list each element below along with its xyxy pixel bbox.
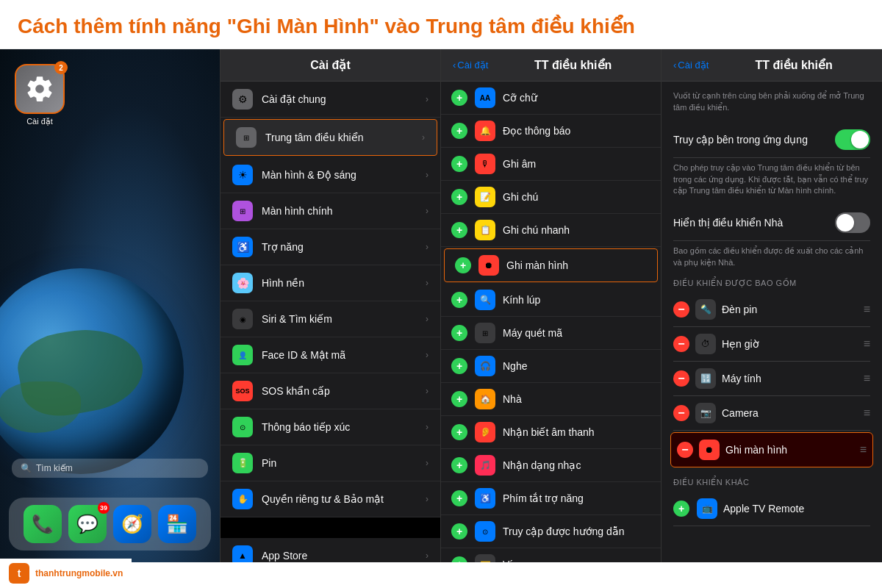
add-guided[interactable]: + (451, 523, 467, 539)
settings-item-display[interactable]: ☀ Màn hình & Độ sáng › (220, 157, 440, 193)
back-chevron-icon: ‹ (453, 60, 456, 71)
toggle1-desc: Cho phép truy cập vào Trung tâm điều khi… (673, 162, 870, 196)
add-accshortcut[interactable]: + (451, 490, 467, 506)
minus-calculator[interactable]: − (673, 370, 689, 387)
settings-item-appstore[interactable]: ▲ App Store › (220, 538, 440, 562)
add-appletv[interactable]: + (673, 501, 689, 517)
add-hearing[interactable]: + (451, 358, 467, 374)
included-item-timer[interactable]: − ⏱ Hẹn giờ ≡ (673, 327, 870, 362)
toggle-row-home: Hiển thị điều khiển Nhà (673, 205, 870, 241)
control-item-scanner[interactable]: + ⊞ Máy quét mã (441, 317, 661, 350)
hearing-icon: 🎧 (475, 356, 495, 376)
control-item-magnifier[interactable]: + 🔍 Kính lúp (441, 284, 661, 317)
settings-item-accessibility[interactable]: ♿ Trợ năng › (220, 229, 440, 265)
drag-screenrecord[interactable]: ≡ (860, 443, 867, 456)
accessibility-icon: ♿ (232, 237, 253, 257)
musicid-label: Nhận dạng nhạc (503, 459, 650, 471)
minus-screenrecord[interactable]: − (677, 442, 693, 458)
sos-label: SOS khẩn cấp (262, 385, 426, 397)
settings-item-battery[interactable]: 🔋 Pin › (220, 445, 440, 481)
control-item-notes[interactable]: + 📝 Ghi chú (441, 181, 661, 214)
add-musicid[interactable]: + (451, 457, 467, 473)
back-button-3[interactable]: ‹ Cài đặt (453, 60, 488, 71)
fontsize-label: Cỡ chữ (503, 92, 650, 104)
timer-icon: ⏱ (695, 334, 716, 354)
brand-logo: t (9, 563, 29, 584)
add-fontsize[interactable]: + (451, 90, 467, 106)
included-item-screenrecord[interactable]: − ⏺ Ghi màn hình ≡ (670, 432, 873, 467)
add-announce[interactable]: + (451, 123, 467, 139)
control-item-quicknotes[interactable]: + 📋 Ghi chú nhanh (441, 214, 661, 247)
toggle-home[interactable] (835, 212, 870, 233)
included-item-torch[interactable]: − 🔦 Đèn pin ≡ (673, 293, 870, 327)
control-item-musicid[interactable]: + 🎵 Nhận dạng nhạc (441, 449, 661, 482)
other-item-appletv[interactable]: + 📺 Apple TV Remote (673, 492, 870, 526)
add-magnifier[interactable]: + (451, 292, 467, 308)
add-voicememo[interactable]: + (451, 156, 467, 172)
add-wallet2[interactable]: + (451, 556, 467, 562)
sos-arrow: › (426, 386, 429, 396)
notes-label: Ghi chú (503, 191, 650, 203)
settings-title: Cài đặt (310, 59, 350, 71)
drag-timer[interactable]: ≡ (864, 337, 870, 351)
general-label: Cài đặt chung (262, 93, 426, 105)
control-item-announce[interactable]: + 🔔 Đọc thông báo (441, 115, 661, 148)
control-item-screenrecord[interactable]: + ⏺ Ghi màn hình (444, 248, 658, 282)
control-item-fontsize[interactable]: + AA Cỡ chữ (441, 82, 661, 115)
dock-phone[interactable]: 📞 (24, 505, 62, 543)
settings-item-homescreen[interactable]: ⊞ Màn hình chính › (220, 193, 440, 229)
control-item-voicememo[interactable]: + 🎙 Ghi âm (441, 148, 661, 181)
dock-messages[interactable]: 💬 39 (68, 505, 107, 543)
siri-icon: ◉ (232, 309, 253, 329)
settings-item-wallpaper[interactable]: 🌸 Hình nền › (220, 265, 440, 301)
torch-icon: 🔦 (695, 299, 716, 320)
minus-timer[interactable]: − (673, 336, 689, 352)
included-item-camera[interactable]: − 📷 Camera ≡ (673, 396, 870, 431)
appstore-icon: ▲ (232, 545, 253, 562)
settings-app-icon[interactable]: 2 Cài đặt (15, 64, 65, 126)
drag-calculator[interactable]: ≡ (864, 372, 870, 385)
drag-camera[interactable]: ≡ (864, 406, 870, 420)
dock-appstore[interactable]: 🏪 (158, 505, 196, 543)
settings-item-exposure[interactable]: ⊙ Thông báo tiếp xúc › (220, 409, 440, 445)
toggle-home-label: Hiển thị điều khiển Nhà (673, 217, 828, 229)
included-item-calculator[interactable]: − 🔢 Máy tính ≡ (673, 362, 870, 396)
dock-safari[interactable]: 🧭 (113, 505, 151, 543)
settings-item-general[interactable]: ⚙ Cài đặt chung › (220, 82, 440, 118)
search-bar[interactable]: 🔍 Tìm kiếm (12, 459, 208, 478)
control-item-guided[interactable]: + ⊙ Truy cập được hướng dẫn (441, 515, 661, 548)
page-header: Cách thêm tính năng "Ghi Màn Hình" vào T… (0, 0, 882, 49)
settings-item-control-center[interactable]: ⊞ Trung tâm điều khiển › (223, 119, 437, 156)
add-quicknotes[interactable]: + (451, 222, 467, 238)
control-item-home[interactable]: + 🏠 Nhà (441, 383, 661, 416)
add-notes[interactable]: + (451, 189, 467, 205)
camera-label: Camera (722, 407, 864, 419)
control-center-label: Trung tâm điều khiển (265, 132, 422, 143)
settings-item-siri[interactable]: ◉ Siri & Tìm kiếm › (220, 301, 440, 337)
minus-camera[interactable]: − (673, 405, 689, 421)
settings-item-faceid[interactable]: 👤 Face ID & Mật mã › (220, 337, 440, 373)
panel4-title: TT điều khiển (717, 58, 870, 72)
control-item-accshortcut[interactable]: + ♿ Phím tắt trợ năng (441, 482, 661, 515)
add-screenrecord[interactable]: + (455, 257, 471, 273)
scanner-label: Máy quét mã (503, 327, 650, 339)
home-icon: 🏠 (475, 389, 495, 409)
control-item-hearing[interactable]: + 🎧 Nghe (441, 350, 661, 383)
toggle-inapp[interactable] (835, 129, 870, 150)
panel4-header: ‹ Cài đặt TT điều khiển (662, 49, 882, 82)
screenrecord-label: Ghi màn hình (506, 259, 647, 271)
minus-torch[interactable]: − (673, 301, 689, 318)
section-other-title: ĐIỀU KHIỂN KHÁC (673, 478, 870, 487)
control-item-wallet2[interactable]: + 💳 Ví (441, 548, 661, 562)
control-item-soundrec[interactable]: + 👂 Nhận biết âm thanh (441, 416, 661, 449)
add-home[interactable]: + (451, 391, 467, 407)
back-button-4[interactable]: ‹ Cài đặt (673, 60, 709, 71)
drag-torch[interactable]: ≡ (864, 303, 870, 316)
add-scanner[interactable]: + (451, 325, 467, 341)
panel-homescreen: 2 Cài đặt 🔍 Tìm kiếm 📞 💬 39 🧭 🏪 (0, 49, 220, 562)
magnifier-icon: 🔍 (475, 290, 495, 310)
add-soundrec[interactable]: + (451, 424, 467, 440)
appletv-label: Apple TV Remote (723, 503, 870, 514)
settings-item-privacy[interactable]: ✋ Quyền riêng tư & Bảo mật › (220, 481, 440, 517)
settings-item-sos[interactable]: SOS SOS khẩn cấp › (220, 373, 440, 409)
